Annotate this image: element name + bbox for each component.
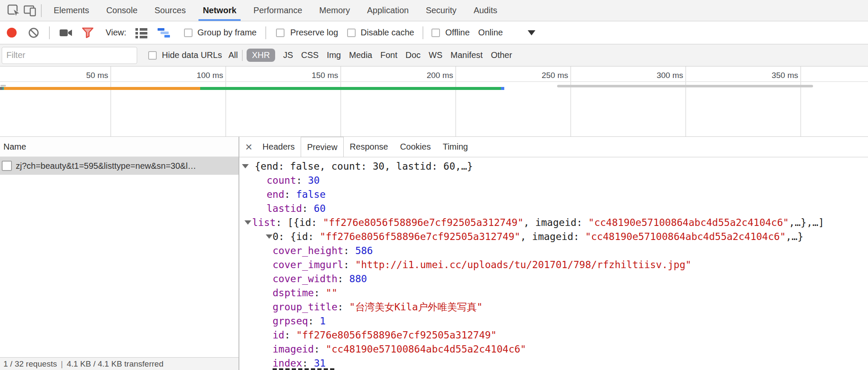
token-plain: :: [337, 273, 349, 284]
group-by-frame-checkbox[interactable]: [184, 29, 193, 37]
token-plain: ,…},…]: [789, 217, 824, 228]
timeline-tick-label: 150 ms: [270, 71, 338, 80]
token-key: end: [267, 189, 285, 200]
inspect-icon[interactable]: [6, 3, 22, 19]
token-num: 60: [314, 203, 326, 214]
tab-application[interactable]: Application: [359, 0, 417, 21]
chevron-down-icon[interactable]: [528, 30, 535, 35]
filter-type-media[interactable]: Media: [349, 49, 372, 62]
tab-elements[interactable]: Elements: [45, 0, 98, 21]
filter-type-all[interactable]: All: [228, 50, 238, 60]
token-key: id: [273, 330, 285, 341]
overview-traffic-bar-segment: [501, 87, 504, 90]
panel-tab-strip: ElementsConsoleSourcesNetworkPerformance…: [45, 0, 506, 21]
detail-tab-headers[interactable]: Headers: [256, 137, 301, 157]
timeline-gridline: [685, 66, 686, 136]
token-plain: :: [302, 358, 314, 369]
filter-type-manifest[interactable]: Manifest: [451, 49, 483, 62]
token-key: grpseq: [273, 315, 308, 327]
preview-line[interactable]: {end: false, count: 30, lastid: 60,…}: [239, 159, 868, 173]
timeline-tick-label: 50 ms: [40, 71, 108, 80]
filter-button[interactable]: [81, 27, 94, 39]
token-plain: ,…}: [786, 231, 804, 242]
token-plain: :: [296, 175, 308, 186]
toolbar-separator: [265, 26, 266, 39]
tab-sources[interactable]: Sources: [146, 0, 194, 21]
filter-type-js[interactable]: JS: [283, 49, 293, 62]
request-list: zj?ch=beauty&t1=595&listtype=new&sn=30&l…: [0, 157, 239, 175]
request-checkbox[interactable]: [2, 161, 12, 171]
tabbar-separator: [41, 4, 42, 17]
token-str: "cc48190e57100864abc4d55a2c4104c6": [588, 217, 789, 228]
record-button[interactable]: [7, 28, 17, 38]
token-str: "ff276e8056f58896e7cf92505a312749": [296, 330, 497, 341]
token-plain: , imageid:: [523, 217, 588, 228]
expander-icon[interactable]: [266, 234, 273, 239]
group-by-frame-label: Group by frame: [198, 28, 257, 38]
preview-line: id: "ff276e8056f58896e7cf92505a312749": [239, 328, 868, 342]
timeline-tick-label: 300 ms: [615, 71, 683, 80]
request-row[interactable]: zj?ch=beauty&t1=595&listtype=new&sn=30&l…: [0, 157, 239, 175]
name-column-header[interactable]: Name: [0, 137, 239, 157]
token-str: "ff276e8056f58896e7cf92505a312749": [320, 231, 520, 242]
preserve-log-checkbox[interactable]: [276, 29, 285, 37]
waterfall-icon[interactable]: [157, 27, 172, 38]
detail-tab-response[interactable]: Response: [344, 137, 394, 157]
token-plain: :: [337, 301, 349, 312]
preview-line: imageid: "cc48190e57100864abc4d55a2c4104…: [239, 342, 868, 356]
detail-tab-timing[interactable]: Timing: [437, 137, 474, 157]
filter-type-font[interactable]: Font: [380, 49, 397, 62]
token-key: cover_imgurl: [273, 259, 343, 270]
preview-tree: {end: false, count: 30, lastid: 60,…}cou…: [239, 159, 868, 370]
filter-type-ws[interactable]: WS: [429, 49, 443, 62]
filter-type-xhr[interactable]: XHR: [247, 49, 275, 62]
filter-separator: [242, 50, 243, 61]
filter-type-img[interactable]: Img: [327, 49, 341, 62]
throttling-select[interactable]: Online: [478, 28, 503, 38]
list-view-icon[interactable]: [135, 27, 148, 38]
expander-icon[interactable]: [244, 220, 251, 225]
filter-type-other[interactable]: Other: [491, 49, 512, 62]
preview-line: count: 30: [239, 173, 868, 188]
clear-button[interactable]: [28, 27, 40, 39]
token-str: "ff276e8056f58896e7cf92505a312749": [323, 217, 523, 228]
detail-tab-cookies[interactable]: Cookies: [394, 137, 437, 157]
token-key: group_title: [273, 301, 337, 312]
tab-memory[interactable]: Memory: [311, 0, 359, 21]
panel-tabbar: ElementsConsoleSourcesNetworkPerformance…: [0, 0, 868, 21]
preview-line: end: false: [239, 188, 868, 202]
preview-line: dsptime: "": [239, 286, 868, 300]
filter-type-css[interactable]: CSS: [301, 49, 319, 62]
token-key: imageid: [273, 344, 314, 355]
transferred-size: 4.1 KB / 4.1 KB transferred: [67, 359, 164, 369]
offline-checkbox[interactable]: [431, 29, 440, 37]
tab-audits[interactable]: Audits: [465, 0, 506, 21]
preview-line: cover_imgurl: "http://i1.umei.cc/uploads…: [239, 258, 868, 272]
token-plain: :: [308, 315, 320, 327]
token-key: list: [252, 217, 276, 228]
tab-network[interactable]: Network: [194, 0, 245, 21]
tab-console[interactable]: Console: [98, 0, 146, 21]
tab-performance[interactable]: Performance: [245, 0, 311, 21]
filter-input[interactable]: [2, 47, 137, 64]
preview-line[interactable]: 0: {id: "ff276e8056f58896e7cf92505a31274…: [239, 230, 868, 244]
hide-data-urls-checkbox[interactable]: [148, 51, 157, 60]
preview-line[interactable]: list: [{id: "ff276e8056f58896e7cf92505a3…: [239, 216, 868, 230]
token-str: "台湾美女Kila户外唯美写真": [349, 301, 483, 312]
capture-screenshots-button[interactable]: [59, 28, 73, 38]
token-plain: 0: {id:: [273, 231, 320, 242]
timeline-gridline: [340, 66, 341, 136]
timeline-overview[interactable]: 50 ms100 ms150 ms200 ms250 ms300 ms350 m…: [0, 66, 868, 137]
preview-line: group_title: "台湾美女Kila户外唯美写真": [239, 300, 868, 314]
token-str: "": [326, 287, 338, 298]
filter-type-doc[interactable]: Doc: [405, 49, 421, 62]
detail-tab-preview[interactable]: Preview: [301, 137, 344, 157]
device-toolbar-icon[interactable]: [22, 3, 38, 19]
token-key: lastid: [267, 203, 302, 214]
close-icon[interactable]: ×: [245, 141, 252, 153]
expander-icon[interactable]: [242, 164, 249, 168]
network-filter-bar: Hide data URLs All XHRJSCSSImgMediaFontD…: [0, 44, 868, 66]
token-num: 30: [308, 175, 320, 186]
disable-cache-checkbox[interactable]: [347, 29, 356, 37]
tab-security[interactable]: Security: [417, 0, 465, 21]
